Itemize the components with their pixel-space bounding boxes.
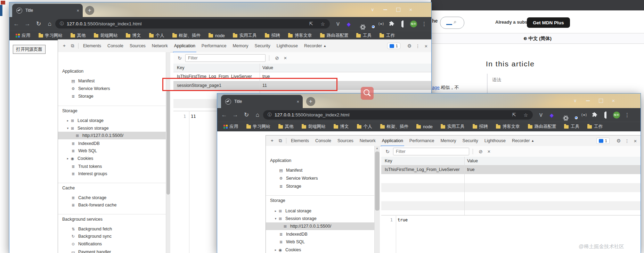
new-tab-button[interactable]: + <box>306 97 315 106</box>
clear-icon[interactable]: × <box>281 55 290 61</box>
new-tab-button[interactable]: + <box>85 6 94 15</box>
sidebar-item-session-storage[interactable]: ▾⊞Session storage <box>58 124 166 132</box>
bookmark-star-icon[interactable]: ☆ <box>320 21 325 27</box>
sidebar-item-notifications[interactable]: ⊙Notifications <box>58 240 166 248</box>
tab-console[interactable]: Console <box>312 136 334 146</box>
tab-application[interactable]: Application <box>379 136 406 146</box>
chevron-down-icon[interactable]: ∨ <box>573 98 577 103</box>
chevron-right-icon[interactable]: ▸ <box>274 209 278 213</box>
sidebar-item-storage[interactable]: ≣Storage <box>58 92 166 100</box>
sidebar-item-session-storage[interactable]: ▾⊞Session storage <box>266 215 375 222</box>
sidebar-item-interest-groups[interactable]: ≣Interest groups <box>58 170 166 178</box>
forward-icon[interactable]: → <box>22 21 33 27</box>
sidebar-item-local-storage[interactable]: ▸⊞Local storage <box>266 207 375 215</box>
text-extension-icon[interactable]: (≡) <box>579 113 589 117</box>
tab-recorder[interactable]: Recorder▲ <box>509 136 537 146</box>
toc-item-syntax[interactable]: 语法 <box>492 77 501 83</box>
maximize-icon[interactable] <box>396 8 400 12</box>
sidebar-item-storage[interactable]: ≣Storage <box>266 182 375 190</box>
value-header[interactable]: Value <box>262 65 273 70</box>
extensions-puzzle-icon[interactable] <box>386 21 397 27</box>
sidebar-item-background-fetch[interactable]: ⇅Background fetch <box>58 225 166 233</box>
chevron-right-icon[interactable]: ▸ <box>66 119 70 122</box>
bookmark-folder[interactable]: 路由器配置 <box>528 124 556 130</box>
bookmark-folder[interactable]: 个人 <box>357 124 372 130</box>
menu-dots-icon[interactable]: ⋮ <box>419 21 430 27</box>
sidebar-item-cookies[interactable]: ▸◉Cookies <box>266 246 375 253</box>
layers-extension-icon[interactable]: ◆ <box>546 112 557 118</box>
text-extension-icon[interactable]: (≡) <box>376 22 386 26</box>
get-mdn-plus-button[interactable]: Get MDN Plus <box>527 17 570 28</box>
sidebar-item-service-workers[interactable]: ⚙Service Workers <box>58 85 166 92</box>
chevron-right-icon[interactable]: ▸ <box>274 248 278 252</box>
minimize-icon[interactable] <box>586 100 590 101</box>
sidebar-item-indexeddb[interactable]: ≣IndexedDB <box>266 230 375 238</box>
tab-security[interactable]: Security <box>252 40 274 52</box>
bookmark-folder[interactable]: 工具 <box>564 124 579 130</box>
inspect-element-icon[interactable]: ⌖ <box>268 138 276 144</box>
mdn-content-link-fragment[interactable]: age <box>432 85 440 90</box>
reload-icon[interactable]: ↻ <box>33 20 44 27</box>
chevron-down-icon[interactable]: ▾ <box>66 126 70 130</box>
tab-application[interactable]: Application <box>171 40 198 52</box>
close-icon[interactable]: × <box>612 98 615 104</box>
sidebar-item-payment-handler[interactable]: ▭Payment handler <box>58 248 166 253</box>
device-toolbar-icon[interactable]: ⧉ <box>276 138 285 144</box>
site-info-icon[interactable]: ⓘ <box>268 112 272 118</box>
side-panel-icon[interactable] <box>600 112 611 118</box>
bookmark-folder[interactable]: 其他 <box>278 124 294 130</box>
tab-memory[interactable]: Memory <box>229 40 251 52</box>
bookmark-folder[interactable]: node <box>209 33 225 38</box>
key-header[interactable]: Key <box>173 65 185 70</box>
tab-recorder[interactable]: Recorder▲ <box>301 40 329 52</box>
tab-console[interactable]: Console <box>104 40 127 52</box>
profile-avatar[interactable]: 顺萍 <box>611 112 622 119</box>
bookmark-folder[interactable]: 其他 <box>71 33 86 39</box>
bookmark-folder[interactable]: 博文 <box>334 124 349 130</box>
value-header[interactable]: Value <box>467 158 478 163</box>
share-icon[interactable]: ⇱ <box>309 21 313 27</box>
home-icon[interactable]: ⌂ <box>252 112 263 119</box>
settings-gear-icon[interactable]: ⚙ <box>405 43 414 49</box>
sidebar-item-trust-tokens[interactable]: ≣Trust tokens <box>58 163 166 170</box>
reload-icon[interactable]: ↻ <box>241 111 252 119</box>
chevron-down-icon[interactable]: ∨ <box>371 7 374 12</box>
filter-input[interactable]: Filter <box>185 54 266 62</box>
preview-split[interactable] <box>381 215 641 215</box>
chevron-down-icon[interactable]: ▾ <box>274 217 278 220</box>
window2-tab[interactable]: Title × <box>221 95 303 108</box>
tab-sources[interactable]: Sources <box>127 40 149 52</box>
bookmark-folder[interactable]: 学习网站 <box>39 33 63 39</box>
sidebar-item-web-sql[interactable]: ≣Web SQL <box>58 147 166 155</box>
vue-devtools-extension-icon[interactable]: V <box>333 21 343 27</box>
sidebar-scrollbar[interactable]: ▲ <box>374 146 380 253</box>
filter-input[interactable]: Filter <box>393 148 469 155</box>
bookmark-folder[interactable]: 框架、插件 <box>172 33 201 39</box>
back-icon[interactable]: ← <box>11 21 22 27</box>
bookmark-folder[interactable]: 实用工具 <box>233 33 257 39</box>
tab-network[interactable]: Network <box>357 136 379 146</box>
devtools-close-icon[interactable]: × <box>631 138 639 144</box>
device-toolbar-icon[interactable]: ⧉ <box>68 43 77 49</box>
vue-devtools-extension-icon[interactable]: V <box>536 112 546 118</box>
forward-icon[interactable]: → <box>230 112 241 119</box>
sidebar-item-indexeddb[interactable]: ≣IndexedDB <box>58 140 166 147</box>
back-icon[interactable]: ← <box>219 112 230 119</box>
sidebar-item-service-workers[interactable]: ⚙Service Workers <box>266 174 375 182</box>
share-icon[interactable]: ⇱ <box>512 112 516 118</box>
profile-avatar[interactable]: 顺萍 <box>408 21 419 27</box>
devtools-menu-icon[interactable]: ⋮ <box>623 138 631 144</box>
tab-network[interactable]: Network <box>149 40 171 52</box>
bookmark-folder[interactable]: 前端网站 <box>302 124 326 130</box>
tab-elements[interactable]: Elements <box>80 40 104 52</box>
block-icon[interactable]: ⊘ <box>273 55 281 61</box>
window1-tab[interactable]: Title × <box>12 4 83 17</box>
site-info-icon[interactable]: ⓘ <box>60 21 64 27</box>
sidebar-item-cache-storage[interactable]: ≣Cache storage <box>58 194 166 202</box>
sidebar-item-web-sql[interactable]: ≣Web SQL <box>266 238 375 246</box>
bookmark-folder[interactable]: 招聘 <box>265 33 280 39</box>
tab-sources[interactable]: Sources <box>334 136 357 146</box>
tab-performance[interactable]: Performance <box>406 136 438 146</box>
inspect-element-icon[interactable]: ⌖ <box>60 43 68 49</box>
window2-address-bar[interactable]: ⓘ 127.0.0.1:5500/storage_index2.html ⇱ ☆ <box>263 110 533 120</box>
